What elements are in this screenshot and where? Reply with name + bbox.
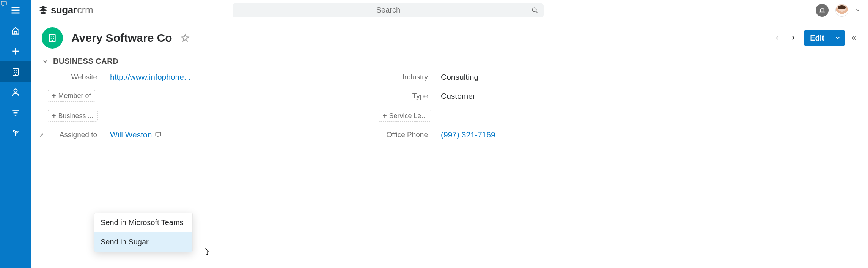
field-industry: Industry Consulting xyxy=(379,73,687,82)
svg-point-10 xyxy=(16,72,17,73)
field-member-of: + Member of xyxy=(48,90,356,102)
plus-icon: + xyxy=(52,112,56,120)
field-business-center: + Business ... xyxy=(48,110,356,122)
field-office-phone: Office Phone (997) 321-7169 xyxy=(379,130,687,139)
svg-point-9 xyxy=(14,72,15,73)
logo-suffix: crm xyxy=(77,4,93,16)
field-assigned-to: Assigned to Will Weston xyxy=(48,130,356,139)
record-module-badge xyxy=(42,27,63,49)
svg-rect-24 xyxy=(156,132,161,136)
nav-home[interactable] xyxy=(0,20,31,41)
prev-record-button[interactable] xyxy=(772,33,783,43)
collapse-sidepanel-button[interactable] xyxy=(851,35,857,41)
building-icon xyxy=(11,67,20,76)
section-collapse-toggle[interactable] xyxy=(42,58,49,65)
chip-service-level[interactable]: + Service Le... xyxy=(379,110,431,122)
edit-button-dropdown[interactable] xyxy=(830,35,845,41)
screen-record-indicator-icon xyxy=(1,1,8,7)
left-nav xyxy=(0,0,31,268)
chevron-double-left-icon xyxy=(851,35,857,41)
pencil-icon[interactable] xyxy=(39,132,45,138)
chevron-right-icon xyxy=(790,35,796,41)
svg-point-8 xyxy=(16,70,17,71)
cursor-icon xyxy=(203,247,210,256)
user-avatar[interactable] xyxy=(835,4,848,17)
menu-item-send-teams[interactable]: Send in Microsoft Teams xyxy=(94,213,192,232)
chevron-down-icon xyxy=(855,8,860,13)
plus-icon: + xyxy=(383,112,387,120)
record-title: Avery Software Co xyxy=(71,32,172,44)
chip-business-center[interactable]: + Business ... xyxy=(48,110,98,122)
plus-icon: + xyxy=(52,92,56,100)
nav-accounts[interactable] xyxy=(0,61,31,82)
user-menu-caret[interactable] xyxy=(855,8,860,13)
person-icon xyxy=(11,87,20,97)
home-icon xyxy=(11,26,20,36)
nav-contacts[interactable] xyxy=(0,82,31,102)
product-logo[interactable]: sugarcrm xyxy=(38,4,93,16)
chevron-down-icon xyxy=(835,35,841,41)
field-type: Type Customer xyxy=(379,90,687,102)
field-value-type: Customer xyxy=(441,91,475,101)
notifications-button[interactable] xyxy=(816,4,829,17)
menu-item-send-sugar[interactable]: Send in Sugar xyxy=(94,232,192,252)
topbar: sugarcrm Search xyxy=(31,0,868,20)
svg-rect-11 xyxy=(15,74,16,75)
record-header: Avery Software Co Edit xyxy=(31,20,868,52)
field-label-assigned-to: Assigned to xyxy=(48,131,97,139)
edit-button[interactable]: Edit xyxy=(804,30,845,46)
hamburger-icon xyxy=(10,5,21,16)
fields-grid: Website http://www.infophone.it Industry… xyxy=(42,73,687,139)
record-header-actions: Edit xyxy=(772,30,857,46)
nav-opportunities[interactable] xyxy=(0,102,31,123)
field-label-assigned-to-text: Assigned to xyxy=(60,131,97,139)
global-search[interactable]: Search xyxy=(233,3,544,17)
logo-icon xyxy=(38,5,49,16)
field-value-assigned-to[interactable]: Will Weston xyxy=(110,130,152,139)
search-icon xyxy=(531,7,538,14)
field-label-website: Website xyxy=(48,73,97,81)
svg-rect-0 xyxy=(1,1,6,5)
nav-create[interactable] xyxy=(0,41,31,61)
svg-point-22 xyxy=(53,38,54,39)
field-value-industry: Consulting xyxy=(441,73,478,82)
chip-business-center-label: Business ... xyxy=(58,112,94,120)
building-icon xyxy=(47,33,57,43)
chip-member-of[interactable]: + Member of xyxy=(48,90,95,102)
section-title: BUSINESS CARD xyxy=(53,57,118,66)
favorite-toggle[interactable] xyxy=(181,33,190,43)
bell-icon xyxy=(819,7,826,14)
funnel-icon xyxy=(11,108,20,118)
field-value-website[interactable]: http://www.infophone.it xyxy=(110,73,190,82)
svg-point-21 xyxy=(51,38,52,39)
edit-button-label: Edit xyxy=(804,34,830,43)
svg-point-12 xyxy=(14,89,17,92)
search-placeholder: Search xyxy=(376,6,400,14)
sprout-icon xyxy=(11,129,20,138)
svg-point-20 xyxy=(53,36,54,37)
chip-service-level-label: Service Le... xyxy=(389,112,427,120)
plus-icon xyxy=(11,46,20,56)
topbar-right xyxy=(816,4,860,17)
field-value-office-phone[interactable]: (997) 321-7169 xyxy=(441,130,495,139)
field-label-industry: Industry xyxy=(379,73,428,81)
business-card-section: BUSINESS CARD Website http://www.infopho… xyxy=(31,52,868,139)
chip-member-of-label: Member of xyxy=(58,92,91,100)
svg-point-19 xyxy=(51,36,52,37)
svg-point-16 xyxy=(533,8,537,12)
svg-rect-23 xyxy=(52,40,53,41)
star-icon xyxy=(181,33,190,43)
field-website: Website http://www.infophone.it xyxy=(48,73,356,82)
chevron-down-icon xyxy=(42,58,49,65)
logo-brand: sugar xyxy=(51,4,77,16)
chat-icon[interactable] xyxy=(155,131,162,138)
chat-action-menu: Send in Microsoft Teams Send in Sugar xyxy=(94,213,193,252)
section-header[interactable]: BUSINESS CARD xyxy=(42,54,857,73)
field-label-office-phone: Office Phone xyxy=(379,131,428,139)
next-record-button[interactable] xyxy=(788,33,799,43)
field-service-level: + Service Le... xyxy=(379,110,687,122)
svg-point-7 xyxy=(14,70,15,71)
chevron-left-icon xyxy=(774,35,780,41)
nav-leads[interactable] xyxy=(0,123,31,143)
field-label-type: Type xyxy=(379,92,428,100)
